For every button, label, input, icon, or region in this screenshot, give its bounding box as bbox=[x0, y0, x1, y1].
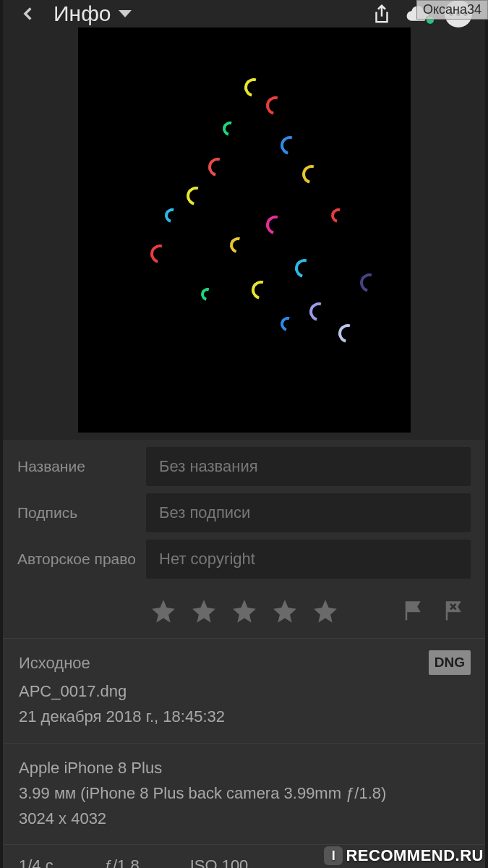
photo-preview[interactable] bbox=[3, 27, 485, 440]
camera-section: Apple iPhone 8 Plus 3.99 мм (iPhone 8 Pl… bbox=[3, 744, 485, 846]
share-icon bbox=[371, 3, 393, 25]
caret-down-icon bbox=[119, 10, 132, 17]
chevron-left-icon bbox=[21, 7, 35, 21]
source-filename: APC_0017.dng bbox=[19, 678, 469, 704]
watermark-user: Оксана34 bbox=[416, 0, 488, 20]
source-datetime: 21 декабря 2018 г., 18:45:32 bbox=[19, 704, 469, 729]
shutter-value: 1/4 с bbox=[19, 856, 53, 868]
star-3[interactable] bbox=[231, 597, 258, 625]
camera-dimensions: 3024 x 4032 bbox=[19, 806, 469, 831]
iso-value: ISO 100 bbox=[190, 856, 249, 868]
letterbox-right bbox=[485, 0, 488, 868]
aperture-value: ƒ/1.8 bbox=[104, 856, 140, 868]
copyright-input[interactable]: Нет copyright bbox=[146, 540, 471, 579]
star-1[interactable] bbox=[150, 597, 177, 625]
copyright-label: Авторское право bbox=[17, 550, 146, 568]
flag-reject[interactable] bbox=[443, 600, 465, 622]
share-button[interactable] bbox=[369, 1, 394, 26]
caption-label: Подпись bbox=[17, 504, 146, 522]
rating-bar bbox=[3, 590, 485, 638]
source-heading: Исходное bbox=[19, 650, 469, 676]
screen-title: Инфо bbox=[53, 1, 111, 26]
header: Инфо bbox=[3, 0, 485, 27]
photo-image bbox=[78, 27, 411, 433]
star-2[interactable] bbox=[190, 597, 218, 625]
camera-lens: 3.99 мм (iPhone 8 Plus back camera 3.99m… bbox=[19, 780, 469, 806]
title-input[interactable]: Без названия bbox=[146, 447, 471, 486]
star-5[interactable] bbox=[312, 597, 339, 625]
back-button[interactable] bbox=[16, 1, 40, 26]
format-badge: DNG bbox=[429, 650, 471, 675]
app-root: Инфо bbox=[3, 0, 485, 868]
screen-title-dropdown[interactable]: Инфо bbox=[53, 1, 132, 26]
star-4[interactable] bbox=[271, 597, 299, 625]
watermark-i-icon: I bbox=[324, 846, 343, 865]
title-label: Название bbox=[17, 458, 146, 475]
caption-input[interactable]: Без подписи bbox=[146, 493, 471, 532]
camera-device: Apple iPhone 8 Plus bbox=[19, 755, 469, 780]
flag-pick[interactable] bbox=[403, 600, 424, 622]
watermark-site: I RECOMMEND.RU bbox=[324, 846, 484, 865]
metadata-fields: Название Без названия Подпись Без подпис… bbox=[3, 440, 485, 590]
metadata-sections: DNG Исходное APC_0017.dng 21 декабря 201… bbox=[3, 638, 485, 868]
source-section: DNG Исходное APC_0017.dng 21 декабря 201… bbox=[3, 639, 485, 744]
